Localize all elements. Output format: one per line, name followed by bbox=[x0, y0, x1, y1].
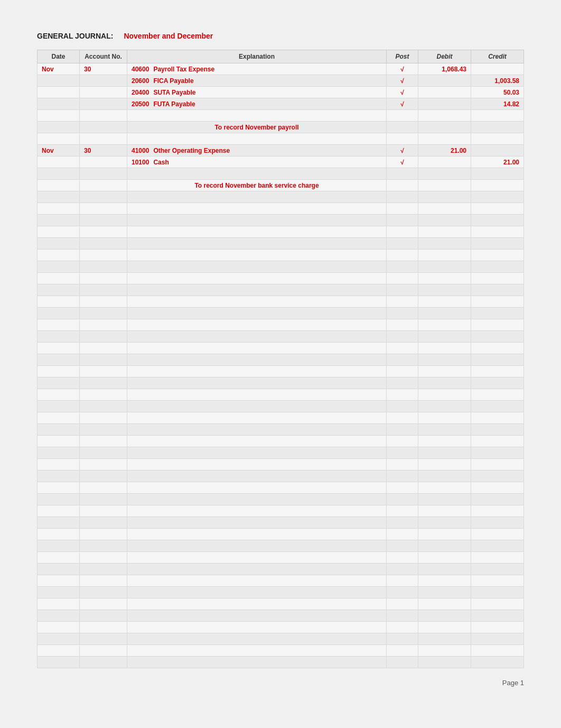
empty-row bbox=[38, 459, 524, 471]
empty-row bbox=[38, 564, 524, 575]
col-header-credit: Credit bbox=[471, 50, 524, 63]
table-row: 10100Cash√21.00 bbox=[38, 156, 524, 168]
empty-row bbox=[38, 633, 524, 645]
journal-header: GENERAL JOURNAL: November and December bbox=[37, 32, 524, 40]
col-header-explanation: Explanation bbox=[127, 50, 387, 63]
empty-row bbox=[38, 343, 524, 354]
empty-row bbox=[38, 598, 524, 610]
spacer-row bbox=[38, 168, 524, 180]
empty-row bbox=[38, 215, 524, 226]
empty-row bbox=[38, 203, 524, 215]
empty-row bbox=[38, 319, 524, 331]
empty-row bbox=[38, 250, 524, 261]
empty-row bbox=[38, 296, 524, 308]
empty-row bbox=[38, 424, 524, 436]
empty-row bbox=[38, 482, 524, 494]
empty-row bbox=[38, 529, 524, 540]
table-row: Nov3041000Other Operating Expense√21.00 bbox=[38, 145, 524, 156]
table-row: 20500FUTA Payable√14.82 bbox=[38, 98, 524, 110]
empty-row bbox=[38, 389, 524, 401]
empty-row bbox=[38, 505, 524, 517]
table-row: 20400SUTA Payable√50.03 bbox=[38, 87, 524, 98]
empty-row bbox=[38, 657, 524, 668]
empty-row bbox=[38, 238, 524, 250]
empty-row bbox=[38, 610, 524, 622]
empty-row bbox=[38, 331, 524, 343]
journal-title-label: GENERAL JOURNAL: bbox=[37, 32, 113, 40]
note-row: To record November bank service charge bbox=[38, 180, 524, 191]
empty-row bbox=[38, 540, 524, 552]
empty-row bbox=[38, 412, 524, 424]
empty-row bbox=[38, 377, 524, 389]
journal-table: Date Account No. Explanation Post Debit … bbox=[37, 50, 524, 668]
col-header-acct: Account No. bbox=[80, 50, 127, 63]
empty-row bbox=[38, 284, 524, 296]
empty-row bbox=[38, 494, 524, 505]
empty-row bbox=[38, 401, 524, 412]
empty-row bbox=[38, 552, 524, 564]
empty-row bbox=[38, 436, 524, 447]
empty-row bbox=[38, 447, 524, 459]
col-header-debit: Debit bbox=[418, 50, 471, 63]
empty-row bbox=[38, 587, 524, 598]
blank-row bbox=[38, 191, 524, 203]
empty-row bbox=[38, 226, 524, 238]
empty-row bbox=[38, 354, 524, 366]
page-number: Page 1 bbox=[37, 679, 524, 687]
empty-row bbox=[38, 471, 524, 482]
spacer-row bbox=[38, 110, 524, 122]
empty-row bbox=[38, 575, 524, 587]
empty-row bbox=[38, 366, 524, 377]
col-header-post: Post bbox=[387, 50, 418, 63]
empty-row bbox=[38, 273, 524, 284]
empty-row bbox=[38, 308, 524, 319]
table-row: Nov3040600Payroll Tax Expense√1,068.43 bbox=[38, 63, 524, 75]
table-row: 20600FICA Payable√1,003.58 bbox=[38, 75, 524, 87]
empty-row bbox=[38, 261, 524, 273]
empty-row bbox=[38, 622, 524, 633]
empty-row bbox=[38, 645, 524, 657]
note-row: To record November payroll bbox=[38, 122, 524, 133]
journal-period: November and December bbox=[124, 32, 213, 40]
empty-row bbox=[38, 517, 524, 529]
col-header-date: Date bbox=[38, 50, 80, 63]
blank-row bbox=[38, 133, 524, 145]
